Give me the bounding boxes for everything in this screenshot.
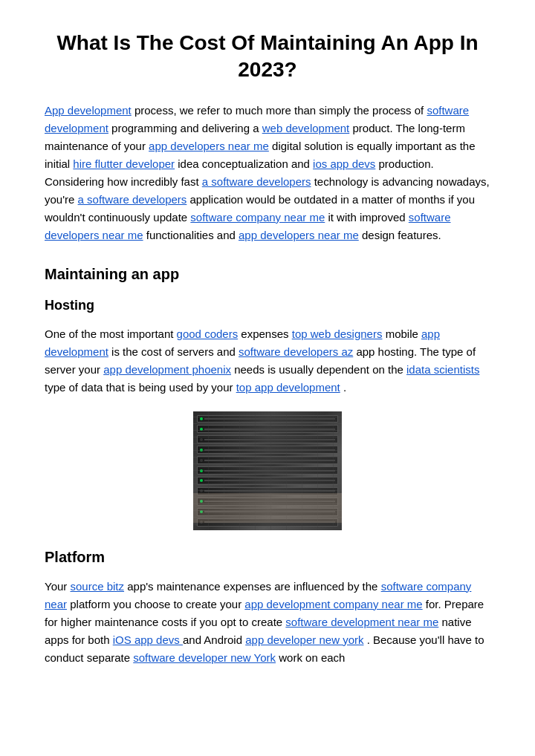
- hosting-paragraph: One of the most important good coders ex…: [45, 325, 490, 397]
- rack-bar-2: [204, 428, 335, 430]
- rack-bar-1: [204, 418, 335, 420]
- rack-unit-7: [197, 477, 338, 485]
- platform-heading: Platform: [45, 545, 490, 569]
- rack-bar-3: [204, 439, 335, 440]
- hosting-text-6: needs is usually dependent on the: [234, 363, 406, 376]
- rack-unit-4: [197, 446, 338, 454]
- rack-unit-3: [197, 435, 338, 443]
- rack-unit-1: [197, 415, 338, 423]
- good-coders-link[interactable]: good coders: [177, 328, 239, 340]
- rack-bar-9: [204, 501, 335, 502]
- software-developers-az-link[interactable]: software developers az: [239, 345, 353, 358]
- rack-light-3: [200, 438, 203, 441]
- platform-text-1: Your: [45, 580, 70, 593]
- idata-scientists-link[interactable]: idata scientists: [406, 363, 479, 376]
- hosting-text-2: expenses: [241, 328, 291, 340]
- intro-text-10: functionalities and: [146, 229, 239, 241]
- maintaining-app-heading: Maintaining an app: [45, 262, 490, 286]
- hosting-text-7: type of data that is being used by your: [45, 381, 236, 394]
- ios-app-devs-link-2[interactable]: iOS app devs: [113, 633, 183, 646]
- rack-bar-6: [204, 470, 335, 472]
- rack-unit-2: [197, 425, 338, 433]
- intro-text-2: programming and delivering a: [111, 122, 262, 134]
- platform-text-6: and Android: [183, 633, 245, 646]
- platform-text-8: work on each: [279, 651, 345, 664]
- rack-bar-4: [204, 449, 335, 451]
- rack-unit-5: [197, 456, 338, 464]
- hire-flutter-developer-link[interactable]: hire flutter developer: [73, 157, 175, 170]
- server-rack-visual: [193, 411, 342, 530]
- software-company-near-me-link[interactable]: software company near me: [190, 211, 325, 224]
- rack-light-5: [200, 459, 203, 462]
- rack-bar-11: [204, 521, 335, 523]
- rack-bar-10: [204, 511, 335, 512]
- platform-paragraph: Your source bitz app's maintenance expen…: [45, 578, 490, 667]
- platform-text-3: platform you choose to create your: [70, 598, 244, 610]
- ios-app-devs-link-1[interactable]: ios app devs: [313, 157, 375, 170]
- app-developers-near-me-link-2[interactable]: app developers near me: [239, 229, 359, 241]
- intro-text-11: design features.: [362, 229, 441, 241]
- server-image-container: [45, 411, 490, 530]
- rack-light-6: [200, 469, 203, 472]
- hosting-text-1: One of the most important: [45, 328, 177, 340]
- rack-bar-7: [204, 480, 335, 481]
- source-bitz-link[interactable]: source bitz: [70, 580, 124, 593]
- web-development-link[interactable]: web development: [262, 122, 350, 134]
- intro-text-1: process, we refer to much more than simp…: [134, 104, 427, 117]
- top-web-designers-link[interactable]: top web designers: [292, 328, 383, 340]
- rack-unit-6: [197, 466, 338, 475]
- rack-unit-8: [197, 487, 338, 495]
- software-developer-new-york-link[interactable]: software developer new York: [133, 651, 276, 664]
- app-development-phoenix-link[interactable]: app development phoenix: [103, 363, 231, 376]
- top-app-development-link[interactable]: top app development: [236, 381, 340, 394]
- rack-unit-11: [197, 518, 338, 527]
- page-title: What Is The Cost Of Maintaining An App I…: [45, 30, 490, 84]
- app-developers-near-me-link-1[interactable]: app developers near me: [149, 140, 269, 152]
- rack-light-10: [200, 510, 203, 513]
- rack-light-8: [200, 489, 203, 492]
- software-development-near-me-link[interactable]: software development near me: [285, 616, 438, 628]
- app-development-company-near-me-link[interactable]: app development company near me: [244, 598, 422, 610]
- intro-text-5: idea conceptualization and: [178, 157, 313, 170]
- server-rack-image: [193, 411, 342, 530]
- hosting-text-4: is the cost of servers and: [111, 345, 239, 358]
- intro-paragraph: App development process, we refer to muc…: [45, 102, 490, 244]
- rack-light-11: [200, 521, 203, 524]
- rack-bar-8: [204, 490, 335, 492]
- rack-unit-9: [197, 498, 338, 506]
- hosting-text-8: .: [343, 381, 346, 394]
- intro-text-9: it with improved: [328, 211, 408, 224]
- app-developer-new-york-link[interactable]: app developer new york: [245, 633, 363, 646]
- hosting-text-3: mobile: [386, 328, 421, 340]
- a-software-developers-link-1[interactable]: a software developers: [202, 175, 311, 188]
- app-development-link[interactable]: App development: [45, 104, 132, 117]
- rack-light-1: [200, 417, 203, 420]
- rack-light-2: [200, 428, 203, 431]
- rack-unit-10: [197, 508, 338, 516]
- a-software-developers-link-2[interactable]: a software developers: [78, 193, 187, 206]
- rack-light-7: [200, 479, 203, 482]
- platform-text-2: app's maintenance expenses are influence…: [127, 580, 380, 593]
- rack-light-9: [200, 500, 203, 503]
- rack-light-4: [200, 449, 203, 452]
- rack-bar-5: [204, 460, 335, 461]
- hosting-subheading: Hosting: [45, 295, 490, 316]
